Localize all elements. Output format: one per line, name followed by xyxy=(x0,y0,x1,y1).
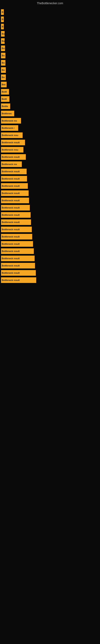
bar: Bottleneck result xyxy=(1,226,32,232)
bar-row: Bottleneck res xyxy=(1,118,100,124)
bar-label: Bottleneck result xyxy=(2,185,20,187)
bar-row: Bo xyxy=(1,53,100,58)
bar-row: Bottleneck res xyxy=(1,162,100,167)
bar-label: Bottleneck result xyxy=(2,170,20,173)
bar-row: Bottleneck result xyxy=(1,176,100,182)
bar-row: Bottlenec xyxy=(1,111,100,116)
bar-label: Bottle xyxy=(2,105,8,108)
bar-label: Bottleneck result xyxy=(2,257,20,260)
bar: Bottleneck result xyxy=(1,263,35,268)
bar-row: Bo xyxy=(1,67,100,73)
bar-label: Bo xyxy=(2,47,5,50)
bar-label: Bottleneck result xyxy=(2,199,20,202)
bar: Bottleneck result xyxy=(1,219,31,225)
bar-row: Bottleneck result xyxy=(1,212,100,218)
bar-label: Bottleneck resu xyxy=(2,148,18,151)
bar-row: Bottleneck result xyxy=(1,190,100,196)
bar-label: Bo xyxy=(2,54,5,57)
bar: Bottleneck result xyxy=(1,256,35,261)
bar-label: Bottlenec xyxy=(2,112,12,115)
bar-label: Bottl xyxy=(2,90,7,93)
bar: Bottleneck result xyxy=(1,270,36,276)
bar-label: Bottleneck result xyxy=(2,236,20,238)
bar-row: Bottleneck result xyxy=(1,198,100,203)
bar-row: Bottleneck result xyxy=(1,277,100,283)
bar: Bottleneck resu xyxy=(1,132,23,138)
bar-row: Bottleneck result xyxy=(1,270,100,276)
bar-label: Bottleneck res xyxy=(2,120,17,122)
bar-row: Bottleneck result xyxy=(1,169,100,174)
bar-label: Bo xyxy=(2,40,4,42)
bar-row: Bottleneck result xyxy=(1,183,100,189)
bar-label: Bottleneck r xyxy=(2,127,15,129)
bar: Bottleneck result xyxy=(1,248,34,254)
bar-row: Bottleneck result xyxy=(1,154,100,160)
bar: Bo xyxy=(1,60,5,66)
bar-label: Bottl xyxy=(2,98,7,100)
bar-row: Bo xyxy=(1,74,100,80)
bar-row: B xyxy=(1,16,100,22)
bar-row: Bottl xyxy=(1,89,100,94)
bar-row: Bo xyxy=(1,38,100,44)
bar-row: Bo xyxy=(1,31,100,37)
bar-label: Bottleneck result xyxy=(2,141,20,144)
bar-row: Bottleneck result xyxy=(1,219,100,225)
bar-row: Bo xyxy=(1,46,100,51)
bar-label: Bo xyxy=(2,76,5,78)
bar-row: Bottleneck result xyxy=(1,256,100,261)
bar-label: Bottleneck result xyxy=(2,178,20,180)
bar: Bottleneck result xyxy=(1,183,28,189)
bar-label: Bo xyxy=(2,62,5,64)
bar: Bottleneck r xyxy=(1,125,18,131)
bar-row: Bottleneck result xyxy=(1,263,100,268)
bar-label: B xyxy=(2,25,3,28)
bar-label: Bottleneck result xyxy=(2,206,20,209)
bar: Bottleneck result xyxy=(1,205,30,210)
bar-row: Bottleneck result xyxy=(1,248,100,254)
bar-label: Bot xyxy=(2,83,5,86)
bar: Bottl xyxy=(1,89,9,94)
bar-row: Bottleneck result xyxy=(1,205,100,210)
bar-label: Bo xyxy=(2,32,4,35)
bar: Bot xyxy=(1,82,7,87)
bar-label: Bottleneck res xyxy=(2,163,17,166)
bar-row: Bottleneck resu xyxy=(1,147,100,152)
bar-label: Bottleneck result xyxy=(2,279,20,281)
bar: Bottleneck result xyxy=(1,198,29,203)
bar: B xyxy=(1,16,4,22)
bar: Bottleneck result xyxy=(1,176,27,182)
bar-row: Bottleneck result xyxy=(1,234,100,240)
bar-row: Bottleneck r xyxy=(1,125,100,131)
bar: Bo xyxy=(1,74,6,80)
bar-row: Bottleneck result xyxy=(1,226,100,232)
bar: B xyxy=(1,24,4,30)
bar: Bottle xyxy=(1,104,10,109)
bar-label: B xyxy=(2,18,3,20)
bar: Bottleneck result xyxy=(1,277,36,283)
bar: Bottleneck result xyxy=(1,234,32,240)
bar: Bottleneck result xyxy=(1,140,25,145)
bar: Bo xyxy=(1,67,6,73)
bar-label: Bottleneck result xyxy=(2,264,20,267)
bar-row: Bot xyxy=(1,82,100,87)
bar-label: Bottleneck result xyxy=(2,214,20,216)
bar: Bottleneck result xyxy=(1,241,33,247)
bar: Bo xyxy=(1,53,5,58)
bar-row: B xyxy=(1,9,100,15)
bar-row: Bottleneck result xyxy=(1,140,100,145)
bar-label: Bottleneck resu xyxy=(2,134,18,136)
bar-label: Bottleneck result xyxy=(2,243,20,245)
bar: Bottleneck result xyxy=(1,212,31,218)
bar: Bottleneck resu xyxy=(1,147,23,152)
bar-label: B xyxy=(2,11,3,13)
bar-row: Bo xyxy=(1,60,100,66)
bar: Bottleneck result xyxy=(1,169,27,174)
bar-label: Bottleneck result xyxy=(2,192,20,194)
bar-row: B xyxy=(1,24,100,30)
bar-label: Bottleneck result xyxy=(2,228,20,231)
bar-label: Bottleneck result xyxy=(2,156,20,158)
bar-label: Bottleneck result xyxy=(2,221,20,224)
bar: Bottlenec xyxy=(1,111,14,116)
bar: Bottleneck result xyxy=(1,190,29,196)
site-title: TheBottlenecker.com xyxy=(0,0,100,6)
